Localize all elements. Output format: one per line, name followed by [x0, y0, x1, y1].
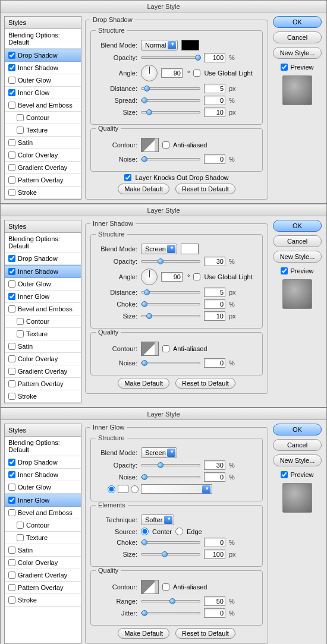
size-slider[interactable] [141, 315, 200, 317]
distance-field[interactable] [204, 84, 225, 93]
sidebar-item-texture[interactable]: Texture [5, 328, 81, 340]
anti-aliased-checkbox[interactable] [162, 141, 169, 149]
styles-header[interactable]: Styles [5, 424, 81, 437]
sidebar-item-outer-glow[interactable]: Outer Glow [5, 74, 81, 87]
angle-dial[interactable] [141, 269, 158, 285]
new-style-button[interactable]: New Style... [273, 47, 322, 59]
noise-slider[interactable] [141, 476, 200, 478]
sidebar-item-color-overlay[interactable]: Color Overlay [5, 557, 81, 569]
sidebar-item-drop-shadow[interactable]: Drop Shadow [5, 49, 81, 62]
ok-button[interactable]: OK [273, 16, 322, 28]
technique-select[interactable]: Softer [141, 514, 174, 525]
pattern-overlay-checkbox[interactable] [8, 176, 15, 184]
size-field[interactable] [204, 550, 225, 559]
sidebar-item-contour[interactable]: Contour [5, 315, 81, 328]
sidebar-item-inner-shadow[interactable]: Inner Shadow [5, 62, 81, 74]
source-center-radio[interactable] [141, 528, 149, 535]
inner-shadow-checkbox[interactable] [8, 64, 15, 71]
sidebar-item-outer-glow[interactable]: Outer Glow [5, 481, 81, 494]
noise-field[interactable] [204, 154, 225, 164]
sidebar-item-stroke[interactable]: Stroke [5, 594, 81, 607]
styles-header[interactable]: Styles [5, 220, 81, 233]
blend-mode-select[interactable]: Normal [141, 40, 178, 50]
glow-gradient-radio[interactable] [131, 485, 139, 493]
angle-field[interactable] [161, 272, 183, 282]
color-overlay-checkbox[interactable] [8, 151, 15, 159]
preview-checkbox[interactable] [281, 267, 288, 274]
opacity-slider[interactable] [141, 56, 200, 59]
color-swatch[interactable] [181, 40, 199, 50]
sidebar-item-contour[interactable]: Contour [5, 112, 81, 124]
use-global-light-checkbox[interactable] [193, 70, 200, 77]
sidebar-item-satin[interactable]: Satin [5, 137, 81, 149]
size-slider[interactable] [141, 111, 200, 113]
contour-picker[interactable] [141, 580, 159, 594]
ok-button[interactable]: OK [273, 220, 322, 232]
jitter-field[interactable] [204, 608, 225, 618]
sidebar-item-stroke[interactable]: Stroke [5, 390, 81, 403]
blending-options[interactable]: Blending Options: Default [5, 233, 81, 252]
sidebar-item-bevel[interactable]: Bevel and Emboss [5, 507, 81, 519]
sidebar-item-contour[interactable]: Contour [5, 519, 81, 532]
inner-glow-checkbox[interactable] [8, 89, 15, 96]
sidebar-item-inner-glow[interactable]: Inner Glow [5, 87, 81, 99]
size-field[interactable] [204, 108, 225, 117]
angle-dial[interactable] [141, 65, 158, 81]
make-default-button[interactable]: Make Default [118, 628, 169, 639]
sidebar-item-inner-glow[interactable]: Inner Glow [5, 494, 81, 507]
noise-field[interactable] [204, 472, 225, 482]
opacity-slider[interactable] [141, 260, 200, 263]
opacity-field[interactable] [204, 460, 225, 470]
cancel-button[interactable]: Cancel [273, 235, 322, 247]
opacity-field[interactable] [204, 53, 225, 62]
size-slider[interactable] [141, 553, 200, 555]
sidebar-item-pattern-overlay[interactable]: Pattern Overlay [5, 378, 81, 390]
new-style-button[interactable]: New Style... [273, 454, 322, 466]
sidebar-item-gradient-overlay[interactable]: Gradient Overlay [5, 162, 81, 174]
opacity-slider[interactable] [141, 464, 200, 466]
distance-slider[interactable] [141, 291, 200, 293]
cancel-button[interactable]: Cancel [273, 31, 322, 43]
reset-default-button[interactable]: Reset to Default [175, 628, 235, 639]
stroke-checkbox[interactable] [8, 189, 15, 196]
distance-field[interactable] [204, 288, 225, 297]
sidebar-item-inner-shadow[interactable]: Inner Shadow [5, 265, 81, 278]
sidebar-item-gradient-overlay[interactable]: Gradient Overlay [5, 365, 81, 378]
sidebar-item-texture[interactable]: Texture [5, 532, 81, 544]
sidebar-item-gradient-overlay[interactable]: Gradient Overlay [5, 569, 81, 582]
spread-slider[interactable] [141, 99, 200, 102]
make-default-button[interactable]: Make Default [118, 184, 169, 194]
preview-checkbox[interactable] [281, 64, 288, 71]
size-field[interactable] [204, 311, 225, 321]
use-global-light-checkbox[interactable] [193, 273, 200, 280]
new-style-button[interactable]: New Style... [273, 251, 322, 263]
texture-checkbox[interactable] [17, 127, 24, 134]
sidebar-item-outer-glow[interactable]: Outer Glow [5, 278, 81, 291]
noise-slider[interactable] [141, 158, 200, 160]
sidebar-item-color-overlay[interactable]: Color Overlay [5, 353, 81, 365]
blend-mode-select[interactable]: Screen [141, 244, 177, 254]
sidebar-item-pattern-overlay[interactable]: Pattern Overlay [5, 582, 81, 594]
outer-glow-checkbox[interactable] [8, 77, 15, 84]
sidebar-item-color-overlay[interactable]: Color Overlay [5, 149, 81, 162]
drop-shadow-checkbox[interactable] [8, 52, 15, 59]
sidebar-item-bevel[interactable]: Bevel and Emboss [5, 303, 81, 315]
sidebar-item-texture[interactable]: Texture [5, 124, 81, 137]
blending-options[interactable]: Blending Options: Default [5, 437, 81, 456]
layer-knocks-checkbox[interactable] [124, 174, 131, 181]
jitter-slider[interactable] [141, 612, 200, 614]
blend-mode-select[interactable]: Screen [141, 447, 177, 458]
sidebar-item-pattern-overlay[interactable]: Pattern Overlay [5, 174, 81, 187]
distance-slider[interactable] [141, 87, 200, 90]
sidebar-item-drop-shadow[interactable]: Drop Shadow [5, 456, 81, 469]
contour-checkbox[interactable] [17, 114, 24, 121]
styles-header[interactable]: Styles [5, 17, 81, 29]
sidebar-item-inner-shadow[interactable]: Inner Shadow [5, 469, 81, 481]
sidebar-item-satin[interactable]: Satin [5, 340, 81, 353]
reset-default-button[interactable]: Reset to Default [175, 378, 235, 389]
choke-slider[interactable] [141, 541, 200, 544]
anti-aliased-checkbox[interactable] [162, 583, 169, 591]
range-slider[interactable] [141, 600, 200, 602]
blending-options[interactable]: Blending Options: Default [5, 29, 81, 49]
contour-picker[interactable] [141, 342, 159, 356]
